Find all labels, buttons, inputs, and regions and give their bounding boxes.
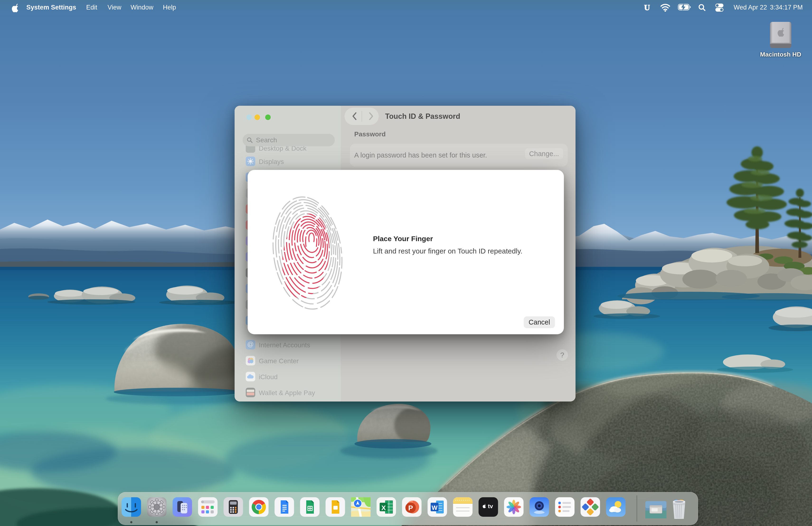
svg-text:tv: tv — [488, 503, 493, 509]
svg-text:X: X — [381, 504, 386, 512]
svg-text:P: P — [408, 504, 413, 512]
svg-text:W: W — [432, 504, 438, 511]
